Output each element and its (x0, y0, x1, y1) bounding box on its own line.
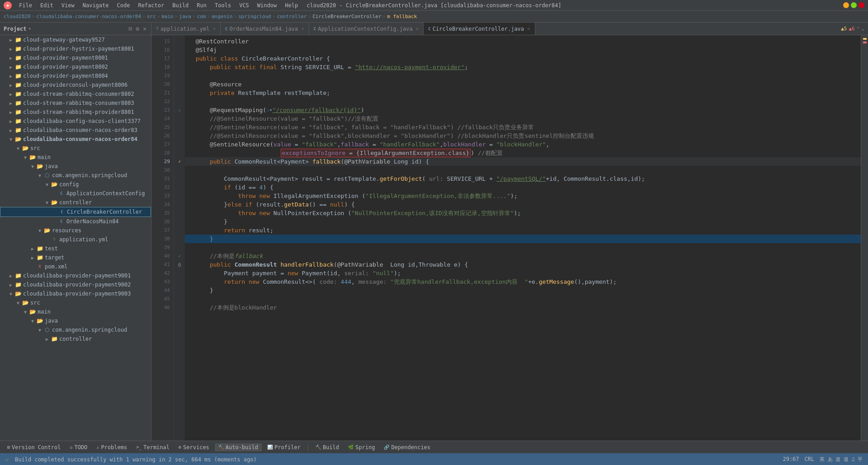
tree-item-payment8006[interactable]: ▶ 📁 cloud-providerconsul-payment8006 (0, 80, 151, 89)
tree-item-pomxml[interactable]: ▶ X pom.xml (0, 262, 151, 271)
sidebar-settings-icon[interactable]: ⚙ (135, 24, 140, 33)
code-line-15[interactable]: @RestController (185, 37, 861, 46)
tree-item-order84[interactable]: ▼ 📂 cloudalibaba-consumer-nacos-order84 (0, 135, 151, 144)
code-line-45[interactable] (185, 295, 861, 303)
tree-item-payment9003[interactable]: ▼ 📂 cloudalibaba-provider-payment9003 (0, 289, 151, 298)
code-line-22[interactable] (185, 97, 861, 106)
tree-item-hystrix8001[interactable]: ▶ 📁 cloud-provider-hystrix-payment8001 (0, 44, 151, 53)
sidebar-collapse-icon[interactable]: ⊟ (128, 24, 133, 33)
code-line-19[interactable] (185, 71, 861, 80)
tree-item-ordernacosm[interactable]: ▶ C OrderNacosMain84 (0, 217, 151, 226)
tree-item-package[interactable]: ▼ ⬡ com.angenin.springcloud (0, 171, 151, 180)
tree-item-target[interactable]: ▶ 📁 target (0, 253, 151, 262)
tree-item-src[interactable]: ▼ 📂 src (0, 144, 151, 153)
menu-window[interactable]: Window (254, 1, 280, 9)
toolbar-autobuild[interactable]: 🔨 Auto-build (215, 443, 262, 451)
breadcrumb-src[interactable]: src (147, 14, 156, 19)
toolbar-todo[interactable]: ☑ TODO (66, 443, 91, 451)
tree-item-resources[interactable]: ▼ 📂 resources (0, 226, 151, 235)
code-line-44[interactable]: } (185, 286, 861, 295)
menu-edit[interactable]: Edit (37, 1, 57, 9)
code-line-24[interactable]: //@SentinelResource(value = "fallback")/… (185, 114, 861, 123)
maximize-button[interactable] (851, 2, 857, 8)
code-line-30[interactable] (185, 166, 861, 174)
code-line-17[interactable]: public class CircleBreakerController { (185, 54, 861, 63)
tree-item-payment8001[interactable]: ▶ 📁 cloud-provider-payment8001 (0, 53, 151, 62)
code-line-35[interactable]: throw new NullPointerException ("NullPoi… (185, 209, 861, 217)
code-line-25[interactable]: //@SentinelResource(value = "fallback", … (185, 123, 861, 132)
breadcrumb-controller[interactable]: controller (277, 14, 307, 19)
tree-item-gateway9527[interactable]: ▶ 📁 cloud-gateway-gateway9527 (0, 35, 151, 44)
tree-item-appyml[interactable]: ▶ Y application.yml (0, 235, 151, 244)
code-line-40[interactable]: //本例是fallback (185, 252, 861, 260)
tree-item-payment9002[interactable]: ▶ 📁 cloudalibaba-provider-payment9002 (0, 280, 151, 289)
code-line-38[interactable]: } (185, 235, 861, 243)
code-line-37[interactable]: return result; (185, 226, 861, 235)
tree-item-controller-folder[interactable]: ▼ 📂 controller (0, 198, 151, 207)
expand-icon[interactable]: ⌃ (857, 26, 860, 32)
code-content[interactable]: @RestController @Slf4j public class Circ… (185, 35, 861, 441)
tab-close-context[interactable]: ✕ (416, 26, 419, 32)
code-line-31[interactable]: CommonResult<Payment> result = restTempl… (185, 174, 861, 183)
toolbar-profiler[interactable]: 📊 Profiler (264, 443, 304, 451)
menu-help[interactable]: Help (281, 1, 302, 9)
breadcrumb-java[interactable]: java (179, 14, 191, 19)
tab-close-order[interactable]: ✕ (301, 26, 304, 32)
tree-item-main[interactable]: ▼ 📂 main (0, 153, 151, 162)
breadcrumb-springcloud[interactable]: springcloud (238, 14, 271, 19)
toolbar-build[interactable]: 🔨 Build (312, 443, 343, 451)
toolbar-version-control[interactable]: ⊞ Version Control (4, 443, 64, 451)
code-line-26[interactable]: //@SentinelResource(value = "fallback",b… (185, 132, 861, 140)
code-line-46[interactable]: //本例是blockHandler (185, 303, 861, 312)
tree-item-appcontextconfig[interactable]: ▶ C ApplicationContextConfig (0, 189, 151, 198)
sidebar-dropdown[interactable]: ▾ (28, 26, 32, 32)
breadcrumb-com[interactable]: com (197, 14, 206, 19)
code-line-34[interactable]: }else if (result.getData() == null) { (185, 200, 861, 209)
code-line-39[interactable] (185, 243, 861, 252)
breadcrumb-class[interactable]: CircleBreakerController (312, 14, 381, 19)
toolbar-spring[interactable]: 🌿 Spring (344, 443, 378, 451)
tab-circlebreaker[interactable]: C CircleBreakerController.java ✕ (424, 23, 535, 35)
code-line-18[interactable]: public static final String SERVICE_URL =… (185, 63, 861, 71)
tree-item-order83[interactable]: ▶ 📁 cloudalibaba-consumer-nacos-order83 (0, 126, 151, 135)
tab-close-yml[interactable]: ✕ (212, 26, 216, 32)
sidebar-close-icon[interactable]: ✕ (142, 24, 147, 33)
code-line-23[interactable]: @RequestMapping(☆▾"/consumer/fallback/{i… (185, 106, 861, 114)
code-line-29[interactable]: public CommonResult<Payment> fallback(@P… (185, 157, 861, 166)
breadcrumb-module[interactable]: cloudalibaba-consumer-nacos-order84 (36, 14, 141, 19)
menu-code[interactable]: Code (113, 1, 134, 9)
code-line-21[interactable]: private RestTemplate restTemplate; (185, 89, 861, 97)
code-line-43[interactable]: return new CommonResult<>( code: 444, me… (185, 277, 861, 286)
tree-item-circlebreaker[interactable]: ▶ C CircleBreakerController (0, 207, 151, 217)
tree-item-nacos3377[interactable]: ▶ 📁 cloudalibaba-config-nacos-client3377 (0, 117, 151, 126)
code-line-42[interactable]: Payment payment = new Payment(id, serial… (185, 269, 861, 277)
toolbar-services[interactable]: ⚙ Services (175, 443, 213, 451)
code-line-32[interactable]: if (id == 4) { (185, 183, 861, 192)
code-line-27[interactable]: @SentinelResource(value = "fallback",fal… (185, 140, 861, 149)
collapse-icon[interactable]: ⌄ (861, 26, 864, 32)
menu-tools[interactable]: Tools (211, 1, 235, 9)
tree-item-payment9001[interactable]: ▶ 📁 cloudalibaba-provider-payment9001 (0, 271, 151, 280)
code-line-20[interactable]: @Resource (185, 80, 861, 89)
breadcrumb-method[interactable]: m fallback (387, 14, 417, 19)
tree-item-rabbitmq8802[interactable]: ▶ 📁 cloud-stream-rabbitmq-consumer8802 (0, 89, 151, 99)
code-line-28[interactable]: exceptionsToIgnore = {IllegalArgumentExc… (185, 149, 861, 157)
code-line-36[interactable]: } (185, 217, 861, 226)
tab-appcontextconfig[interactable]: C ApplicationContextConfig.java ✕ (309, 23, 424, 35)
code-line-16[interactable]: @Slf4j (185, 46, 861, 54)
menu-file[interactable]: File (15, 1, 36, 9)
toolbar-dependencies[interactable]: 🔗 Dependencies (380, 443, 434, 451)
tree-item-rabbitmq8803[interactable]: ▶ 📁 cloud-stream-rabbitmq-consumer8803 (0, 99, 151, 108)
tree-item-java[interactable]: ▼ 📂 java (0, 162, 151, 171)
breadcrumb-main[interactable]: main (161, 14, 174, 19)
tab-ordernacosm[interactable]: C OrderNacosMain84.java ✕ (221, 23, 309, 35)
menu-run[interactable]: Run (193, 1, 210, 9)
tree-item-rabbitmq8801[interactable]: ▶ 📁 cloud-stream-rabbitmq-provider8801 (0, 108, 151, 117)
tree-item-controller2[interactable]: ▶ 📁 controller (0, 334, 151, 343)
tab-application-yml[interactable]: Y application.yml ✕ (151, 23, 221, 35)
toolbar-terminal[interactable]: >_ Terminal (132, 443, 173, 451)
menu-build[interactable]: Build (169, 1, 192, 9)
tree-item-package2[interactable]: ▼ ⬡ com.angenin.springcloud (0, 325, 151, 334)
breadcrumb-project[interactable]: cloud2020 (4, 14, 31, 19)
minimize-button[interactable] (843, 2, 849, 8)
